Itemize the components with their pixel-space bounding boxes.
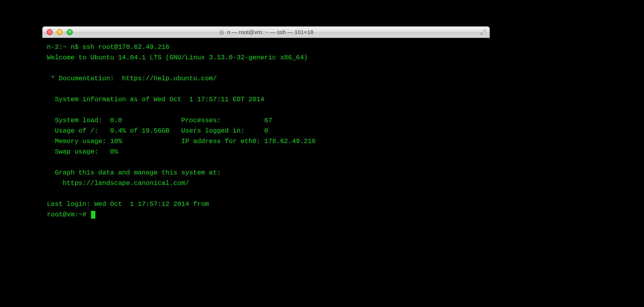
terminal-line: [47, 105, 485, 115]
terminal-line: System information as of Wed Oct 1 17:57…: [47, 94, 485, 105]
terminal-line: https://landscape.canonical.com/: [47, 178, 485, 188]
terminal-line: Welcome to Ubuntu 14.04.1 LTS (GNU/Linux…: [47, 52, 485, 63]
terminal-line: * Documentation: https://help.ubuntu.com…: [47, 73, 485, 84]
terminal-line: System load: 0.0 Processes: 67: [47, 115, 485, 126]
terminal-line: Last login: Wed Oct 1 17:57:12 2014 from: [47, 199, 485, 209]
traffic-lights: [43, 29, 73, 35]
window-titlebar[interactable]: n — root@vm: ~ — ssh — 101×18: [42, 26, 490, 38]
window-expand-button[interactable]: [480, 29, 486, 35]
terminal-line: n-2:~ n$ ssh root@178.62.49.216: [47, 42, 485, 52]
terminal-line: [47, 157, 485, 167]
terminal-line: Usage of /: 9.4% of 19.56GB Users logged…: [47, 126, 485, 136]
terminal-line: [47, 63, 485, 73]
terminal-line: Memory usage: 10% IP address for eth0: 1…: [47, 136, 485, 147]
terminal-viewport[interactable]: n-2:~ n$ ssh root@178.62.49.216 Welcome …: [42, 38, 490, 235]
terminal-line: [47, 188, 485, 199]
window-title-text: n — root@vm: ~ — ssh — 101×18: [227, 29, 313, 35]
terminal-prompt: root@vm:~#: [47, 209, 90, 220]
terminal-line: Swap usage: 0%: [47, 147, 485, 157]
home-icon: [219, 29, 225, 35]
terminal-line: [47, 84, 485, 94]
window-close-button[interactable]: [46, 29, 53, 35]
terminal-window: n — root@vm: ~ — ssh — 101×18 n-2:~ n$ s…: [42, 26, 490, 235]
window-title: n — root@vm: ~ — ssh — 101×18: [43, 29, 489, 35]
terminal-prompt-line: root@vm:~#: [47, 209, 485, 220]
window-minimize-button[interactable]: [57, 29, 63, 35]
window-zoom-button[interactable]: [67, 29, 73, 35]
terminal-line: Graph this data and manage this system a…: [47, 167, 485, 178]
terminal-cursor: [91, 211, 95, 219]
